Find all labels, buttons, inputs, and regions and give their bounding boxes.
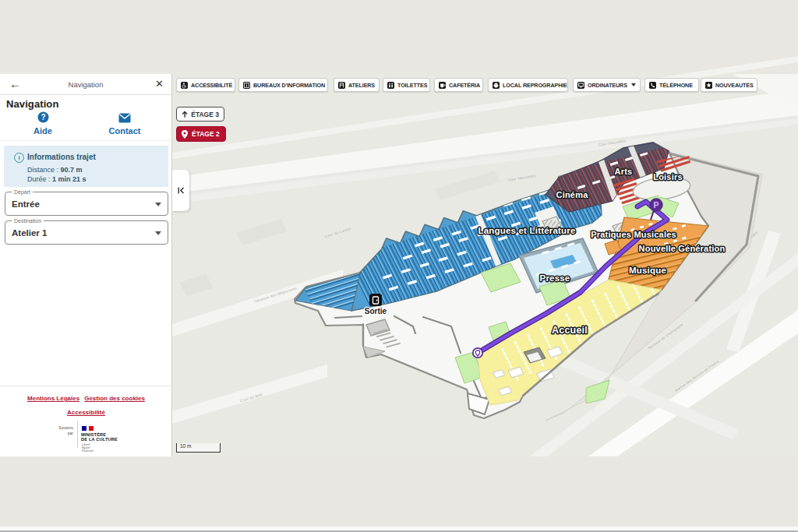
svg-text:Langues et Littérature: Langues et Littérature bbox=[478, 226, 575, 235]
svg-text:Arts: Arts bbox=[615, 167, 633, 176]
svg-text:Presse: Presse bbox=[540, 273, 570, 283]
svg-text:Accueil: Accueil bbox=[552, 325, 588, 336]
svg-text:Loisirs: Loisirs bbox=[653, 172, 682, 181]
svg-text:Cinéma: Cinéma bbox=[556, 190, 589, 199]
svg-text:?: ? bbox=[41, 113, 45, 122]
svg-text:Sortie: Sortie bbox=[365, 307, 387, 315]
svg-text:P: P bbox=[653, 200, 659, 210]
svg-text:Pratiques Musicales: Pratiques Musicales bbox=[591, 230, 676, 239]
svg-text:Nouvelle Génération: Nouvelle Génération bbox=[639, 244, 726, 253]
svg-text:Musique: Musique bbox=[629, 266, 666, 275]
